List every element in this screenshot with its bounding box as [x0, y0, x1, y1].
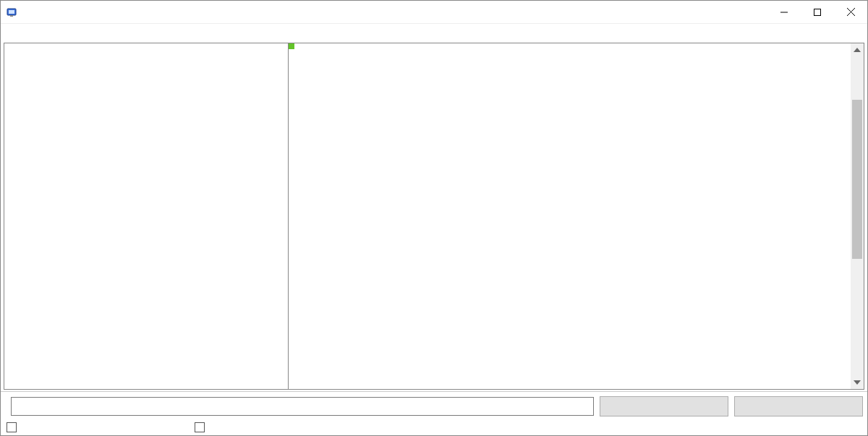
tree-pane[interactable] — [4, 43, 289, 390]
scroll-down-arrow[interactable] — [851, 376, 864, 389]
checkbox-icon — [195, 422, 205, 432]
svg-marker-7 — [854, 48, 861, 52]
search-category-names-checkbox[interactable] — [195, 422, 209, 432]
menu-edit[interactable] — [15, 31, 27, 34]
maximize-button[interactable] — [801, 1, 834, 24]
app-icon — [7, 7, 18, 18]
scroll-up-arrow[interactable] — [851, 43, 864, 56]
menu-help[interactable] — [38, 31, 50, 34]
find-button[interactable] — [600, 396, 728, 416]
search-selected-category-checkbox[interactable] — [7, 422, 21, 432]
minimize-button[interactable] — [767, 1, 801, 24]
list-pane — [289, 43, 864, 390]
main-area — [4, 43, 864, 390]
svg-rect-2 — [10, 15, 13, 17]
close-button[interactable] — [834, 1, 867, 24]
vertical-scrollbar[interactable] — [851, 43, 864, 389]
menu-view[interactable] — [27, 31, 38, 34]
find-bar — [1, 391, 867, 435]
svg-marker-8 — [854, 380, 861, 385]
find-input[interactable] — [11, 397, 594, 416]
checkbox-icon — [7, 422, 17, 432]
svg-rect-4 — [814, 9, 821, 15]
menubar — [1, 24, 867, 41]
menu-file[interactable] — [4, 31, 15, 34]
list-scroll[interactable] — [289, 43, 851, 389]
scroll-thumb[interactable] — [852, 100, 862, 259]
titlebar — [1, 1, 867, 24]
close-find-button[interactable] — [734, 396, 863, 416]
svg-rect-1 — [9, 10, 14, 14]
